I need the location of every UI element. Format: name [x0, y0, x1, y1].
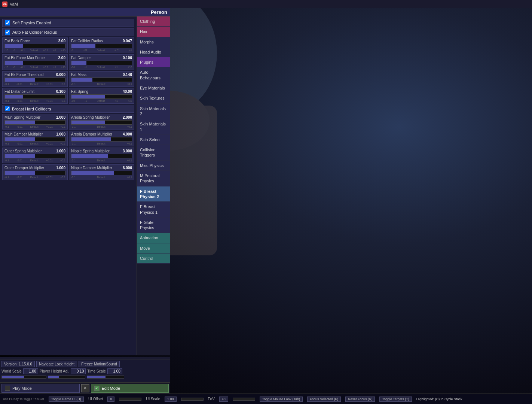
main-damper-multiplier: Main Damper Multiplier 1.000 -0.1-0.01De… [2, 131, 68, 146]
tab-skin-select[interactable]: Skin Select [137, 135, 170, 145]
soft-physics-checkbox[interactable] [5, 20, 10, 25]
ui-offset-value: 0 [107, 397, 114, 402]
version-label: Version: 1.15.0.0 [1, 361, 35, 367]
outer-spring-multiplier: Outer Spring Multiplier 1.000 -0.1-0.01D… [2, 148, 68, 163]
time-scale-slider[interactable] [87, 376, 124, 379]
tab-skin-textures[interactable]: Skin Textures [137, 93, 170, 103]
fat-bk-force-max: Fat Bk Force Max Force 2.00 -10-1-0.1Def… [2, 54, 68, 70]
fat-mass: Fat Mass 0.140 -0.1Default+0.1 [69, 71, 134, 87]
focus-selected-button[interactable]: Focus Selected (F) [307, 397, 341, 402]
tab-move[interactable]: Move [137, 243, 170, 253]
tab-f-breast-physics-1[interactable]: F Breast Physics 1 [137, 202, 170, 218]
breast-hard-colliders-checkbox[interactable] [5, 106, 10, 111]
player-height-slider[interactable] [48, 376, 85, 379]
edit-mode-checkbox: ✓ [94, 386, 100, 391]
areola-spring-multiplier: Areola Spring Multiplier 2.000 -0.1Defau… [69, 114, 134, 130]
auto-fat-checkbox[interactable] [5, 30, 10, 35]
app-title: VaM [10, 2, 18, 6]
nipple-spring-multiplier: Nipple Spring Multiplier 3.000 -0.1Defau… [69, 148, 134, 163]
fat-bk-force-threshold: Fat Bk Force Threshold 0.000 -0.1-0.01De… [2, 71, 68, 87]
mode-bar: Play Mode ✕ ✓ Edit Mode [0, 382, 170, 394]
tab-morphs[interactable]: Morphs [137, 37, 170, 47]
fov-label: FoV [208, 397, 215, 401]
tab-auto-behaviours[interactable]: Auto Behaviours [137, 67, 170, 83]
tab-hair[interactable]: Hair [137, 27, 170, 37]
tab-head-audio[interactable]: Head Audio [137, 47, 170, 57]
outer-damper-multiplier: Outer Damper Multiplier 1.000 -0.1-0.01D… [2, 164, 68, 180]
tab-skin-materials-2[interactable]: Skin Materials 2 [137, 104, 170, 119]
player-height-value: 0.10 [71, 368, 86, 374]
breast-hard-colliders-label: Breast Hard Colliders [12, 107, 51, 111]
highlighted-text: Highlighted: (C) to Cycle Stack [416, 397, 462, 401]
left-panel: Person Soft Physics Enabled Auto Fat Col… [0, 8, 170, 355]
world-scale-value: 1.00 [23, 368, 38, 374]
play-mode-label: Play Mode [12, 386, 32, 391]
tab-misc-physics[interactable]: Misc Physics [137, 161, 170, 171]
main-spring-multiplier: Main Spring Multiplier 1.000 -0.1-0.01De… [2, 114, 68, 130]
ui-scale-value: 1.00 [165, 397, 177, 402]
tab-m-pectoral-physics[interactable]: M Pectoral Physics [137, 171, 170, 186]
play-mode-checkbox [5, 386, 10, 391]
content-area: Soft Physics Enabled Auto Fat Collider R… [0, 16, 170, 355]
tab-collision-triggers[interactable]: Collision Triggers [137, 145, 170, 161]
breast-hard-colliders-row[interactable]: Breast Hard Colliders [2, 105, 134, 113]
world-scale-slider[interactable] [1, 376, 46, 379]
toggle-mouse-button[interactable]: Toggle Mouse Look (Tab) [260, 397, 303, 402]
fat-collider-radius: Fat Collider Radius 0.047 -1-.01Default+… [69, 37, 134, 53]
tab-control[interactable]: Control [137, 253, 170, 264]
time-scale-value: 1.00 [107, 368, 122, 374]
tab-plugins[interactable]: Plugins [137, 57, 170, 67]
tab-sidebar: Clothing Hair Morphs Head Audio Plugins … [137, 16, 170, 355]
toggle-targets-button[interactable]: Toggle Targets (T) [379, 397, 412, 402]
edit-mode-button[interactable]: ✓ Edit Mode [91, 384, 169, 393]
player-height-label: Player Height Adj. [40, 368, 70, 374]
app-logo: VA [2, 1, 7, 7]
ui-offset-label: UI Offset [88, 397, 103, 401]
tab-eye-materials[interactable]: Eye Materials [137, 83, 170, 93]
ui-scale-label: UI Scale [146, 397, 160, 401]
time-scale-label: Time Scale [87, 368, 106, 374]
auto-fat-row[interactable]: Auto Fat Collider Radius [2, 28, 134, 36]
areola-damper-multiplier: Areola Damper Multiplier 4.000 -0.1Defau… [69, 131, 134, 146]
auto-fat-label: Auto Fat Collider Radius [12, 30, 57, 34]
physics-controls[interactable]: Soft Physics Enabled Auto Fat Collider R… [0, 16, 137, 355]
status-bar: Use F1 Key To Toggle This Bar Toggle Gam… [0, 394, 532, 404]
soft-physics-label: Soft Physics Enabled [12, 21, 51, 25]
multipliers-grid: Main Spring Multiplier 1.000 -0.1-0.01De… [2, 114, 134, 180]
nipple-damper-multiplier: Nipple Damper Multiplier 6.000 -0.1Defau… [69, 164, 134, 180]
play-mode-button[interactable]: Play Mode [1, 384, 80, 393]
fat-back-force: Fat Back Force 2.00 -10-1-0.1Default+0.1… [2, 37, 68, 53]
titlebar: VA VaM [0, 0, 532, 8]
person-header: Person [0, 8, 170, 16]
ui-offset-slider[interactable] [119, 398, 141, 401]
fov-value: 40 [219, 397, 228, 402]
section-title: Person [151, 9, 167, 15]
fat-distance-limit: Fat Distance Limit 0.100 -0.1-0.01Defaul… [2, 88, 68, 104]
tab-f-glute-physics[interactable]: F Glute Physics [137, 218, 170, 233]
tab-f-breast-physics-2[interactable]: F Breast Physics 2 [137, 186, 170, 202]
fat-controls-grid: Fat Back Force 2.00 -10-1-0.1Default+0.1… [2, 37, 134, 104]
navigate-lock-height-button[interactable]: Navigate Lock Height [36, 361, 77, 367]
fat-damper: Fat Damper 0.100 -10-1Default+1+10 [69, 54, 134, 70]
edit-mode-label: Edit Mode [102, 386, 120, 391]
fat-spring: Fat Spring 40.00 -10-1Default+1+10 [69, 88, 134, 104]
fov-slider[interactable] [233, 398, 255, 401]
toggle-game-ui-button[interactable]: Toggle Game UI (U) [49, 397, 84, 402]
tab-skin-materials-1[interactable]: Skin Materials 1 [137, 119, 170, 135]
tab-animation[interactable]: Animation [137, 233, 170, 243]
tab-clothing[interactable]: Clothing [137, 16, 170, 27]
freeze-motion-button[interactable]: Freeze Motion/Sound [79, 361, 120, 367]
soft-physics-row[interactable]: Soft Physics Enabled [2, 19, 134, 27]
reset-focus-button[interactable]: Reset Focus (R) [345, 397, 375, 402]
close-mode-button[interactable]: ✕ [81, 384, 89, 392]
f1-hint: Use F1 Key To Toggle This Bar [3, 397, 44, 401]
world-scale-label: World Scale [1, 368, 22, 374]
ui-scale-slider[interactable] [181, 398, 204, 401]
info-rows: Version: 1.15.0.0 Navigate Lock Height F… [0, 359, 170, 382]
